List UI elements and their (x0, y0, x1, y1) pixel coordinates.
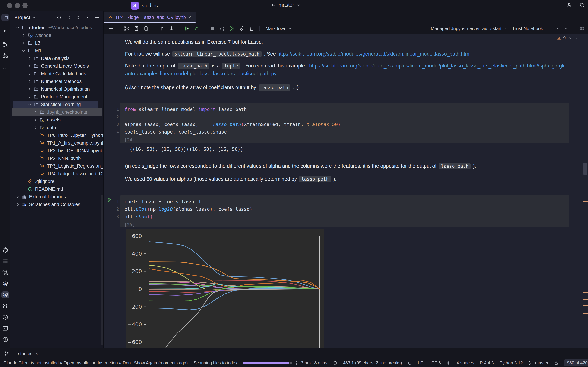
highlighting-level-icon[interactable] (446, 361, 451, 365)
chevron-right-icon[interactable] (33, 125, 38, 130)
tree-item-scratches-and-consoles[interactable]: Scratches and Consoles (10, 201, 104, 208)
git-branch-icon[interactable] (4, 351, 9, 356)
tree-item-readme-md[interactable]: README.md (10, 185, 104, 193)
chevron-right-icon[interactable] (27, 56, 32, 61)
tree-item--ipynb-checkpoints[interactable]: .ipynb_checkpoints (10, 108, 104, 116)
tree-item--vscode[interactable]: .vscode (10, 32, 104, 39)
memory-indicator[interactable]: 980 of 4200M (564, 359, 588, 367)
notebook-editor[interactable]: 9 We will do the same questions as in Ex… (104, 34, 588, 348)
move-cell-up-button[interactable] (159, 25, 165, 32)
tree-item-tp2-bis-optional-ipynb[interactable]: TP2_bis_OPTIONAL.ipynb (10, 147, 104, 154)
delete-cell-button[interactable] (249, 25, 255, 32)
prev-cell-icon[interactable] (554, 26, 559, 31)
tool-r-graphics-button-active[interactable] (1, 291, 9, 298)
expand-all-icon[interactable] (66, 15, 71, 20)
tree-item-data-analysis[interactable]: Data Analysis (10, 55, 104, 62)
close-tab-icon[interactable]: × (188, 15, 191, 20)
chevron-right-icon[interactable] (21, 40, 26, 46)
project-widget[interactable]: S studies (130, 1, 164, 10)
project-scrollbar[interactable] (101, 195, 103, 345)
chevron-down-icon[interactable] (15, 25, 20, 30)
more-tool-windows-button[interactable] (1, 65, 9, 72)
move-cell-down-button[interactable] (168, 25, 175, 32)
error-stripe-mark[interactable] (583, 201, 588, 202)
restart-kernel-button[interactable] (219, 25, 225, 32)
tree-item-numerical-optimisation[interactable]: Numerical Optimisation (10, 85, 104, 93)
hide-panel-icon[interactable] (94, 15, 100, 20)
tree-item-tp2-knn-ipynb[interactable]: TP2_KNN.ipynb (10, 154, 104, 162)
git-branch-status[interactable]: master (528, 360, 548, 366)
tree-item-statistical-learning[interactable]: Statistical Learning (10, 101, 104, 108)
cell-code[interactable]: from sklearn.linear_model import lasso_p… (120, 103, 569, 143)
tool-pull-requests-button[interactable] (1, 41, 9, 48)
globe-icon[interactable] (579, 26, 585, 31)
chevron-right-icon[interactable] (27, 63, 32, 69)
panel-options-kebab-icon[interactable] (85, 15, 90, 20)
r-interpreter[interactable]: R 4.4.3 (480, 360, 494, 366)
copilot-icon[interactable] (407, 361, 412, 365)
vcs-widget[interactable]: master (271, 2, 301, 8)
tree-item-assets[interactable]: assets (10, 116, 104, 124)
code-cell[interactable]: 123 coefs_lasso = coefs_lasso.Tplt.plot(… (104, 195, 569, 227)
run-cell-button[interactable] (184, 25, 190, 32)
chevron-down-icon[interactable] (32, 16, 36, 19)
caret-position[interactable]: 483:1 (99 chars, 2 line breaks) (343, 360, 402, 366)
tool-todo-button[interactable] (1, 258, 9, 265)
indent-size[interactable]: 4 spaces (457, 360, 474, 366)
chevron-right-icon[interactable] (33, 117, 38, 123)
chevron-down-icon[interactable] (27, 102, 32, 107)
tree-item-tp4-ridge-lasso-and-cv-ip[interactable]: TP4_Ridge_Lasso_and_CV.ip (10, 170, 104, 178)
tree-item-external-libraries[interactable]: External Libraries (10, 193, 104, 201)
tree-item-studies[interactable]: studies~/Workspace/studies (10, 24, 104, 32)
tree-item-data[interactable]: data (10, 124, 104, 131)
cell-code[interactable]: coefs_lasso = coefs_lasso.Tplt.plot(np.l… (120, 195, 569, 227)
next-cell-icon[interactable] (563, 26, 568, 31)
cut-cell-button[interactable] (123, 25, 130, 32)
tool-terminal-button[interactable] (1, 325, 9, 332)
search-everywhere-icon[interactable] (579, 2, 585, 8)
tool-r-console-button[interactable] (1, 280, 9, 287)
error-stripe-mark[interactable] (583, 299, 588, 300)
minimize-window-button[interactable] (15, 3, 20, 8)
chevron-right-icon[interactable] (15, 194, 20, 200)
python-interpreter[interactable]: Python 3.12 (500, 360, 523, 366)
next-problem-icon[interactable] (574, 36, 578, 40)
trust-notebook-button[interactable]: Trust Notebook (512, 26, 543, 31)
markdown-link[interactable]: https://scikit-learn.org/stable/modules/… (277, 51, 470, 57)
tab-notebook[interactable]: TP4_Ridge_Lasso_and_CV.ipynb × (104, 12, 196, 23)
clear-outputs-button[interactable] (239, 25, 245, 32)
session-duration[interactable]: 3 hrs 18 mins (294, 360, 327, 366)
debug-cell-button[interactable] (194, 25, 200, 32)
tool-layers-button[interactable] (1, 302, 9, 309)
cell-type-dropdown[interactable]: Markdown (266, 26, 292, 31)
tree-item-tp3-logistic-regression-ar[interactable]: TP3_Logistic_Regression_ar (10, 162, 104, 170)
chevron-right-icon[interactable] (21, 33, 26, 38)
code-cell[interactable]: 1234 from sklearn.linear_model import la… (104, 103, 569, 143)
tree-item-portfolio-management[interactable]: Portfolio Management (10, 93, 104, 101)
editor-scrollbar-thumb[interactable] (583, 163, 588, 175)
chevron-down-icon[interactable] (21, 48, 26, 53)
tool-services-button[interactable] (1, 314, 9, 321)
tree-item-numerical-methods[interactable]: Numerical Methods (10, 78, 104, 85)
run-all-button[interactable] (229, 25, 235, 32)
lock-icon[interactable] (554, 361, 559, 365)
tool-structure-button[interactable] (1, 52, 9, 59)
collapse-all-icon[interactable] (75, 15, 81, 20)
close-icon[interactable]: × (35, 351, 38, 356)
tree-item-tp1-a-first-example-ipynb[interactable]: TP1_A_first_example.ipynb (10, 139, 104, 147)
error-stripe-mark[interactable] (583, 313, 588, 314)
close-window-button[interactable] (7, 3, 12, 8)
tool-graphql-button[interactable] (1, 247, 9, 254)
chevron-right-icon[interactable] (27, 94, 32, 100)
tree-item-l3[interactable]: L3 (10, 39, 104, 47)
paste-cell-button[interactable] (143, 25, 149, 32)
line-separator[interactable]: LF (418, 360, 423, 366)
hexagon-status-icon[interactable] (333, 361, 337, 365)
chevron-right-icon[interactable] (27, 86, 32, 92)
maximize-window-button[interactable] (22, 3, 28, 8)
add-cell-button[interactable] (108, 25, 114, 32)
file-encoding[interactable]: UTF-8 (429, 360, 441, 366)
tool-project-button[interactable] (1, 14, 9, 21)
tool-python-packages-button[interactable] (1, 269, 9, 276)
copy-cell-button[interactable] (133, 25, 139, 32)
